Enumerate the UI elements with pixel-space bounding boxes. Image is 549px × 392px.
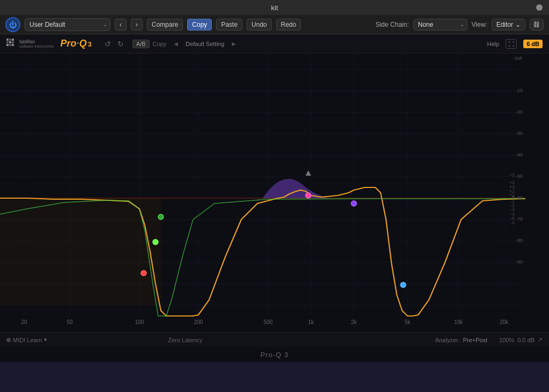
expand-button[interactable]: ⛶ <box>506 39 517 49</box>
svg-text:-90: -90 <box>516 259 523 265</box>
svg-rect-6 <box>6 44 9 46</box>
svg-text:-INF: -INF <box>514 56 523 61</box>
svg-text:+5: +5 <box>509 172 515 178</box>
view-editor-label: Editor <box>496 21 513 28</box>
fab-sublabel: software instruments <box>19 44 54 48</box>
svg-text:2k: 2k <box>351 319 358 325</box>
preset-prev-button[interactable]: ◄ <box>173 40 179 48</box>
fab-label: fabfilter <box>19 40 54 44</box>
ab-copy-label[interactable]: Copy <box>153 41 167 47</box>
svg-text:100: 100 <box>135 319 144 325</box>
preset-dropdown[interactable]: User DefaultLinear PhaseNatural Phase <box>25 18 110 31</box>
percent-display: 100% <box>499 337 514 343</box>
eq-band-3-dot <box>158 214 164 220</box>
corner-icon: ↗ <box>538 336 543 343</box>
help-button[interactable]: Help <box>487 41 500 47</box>
analyzer-label: Analyzer: <box>435 337 460 343</box>
svg-text:20: 20 <box>21 319 27 325</box>
top-toolbar: ⏻ User DefaultLinear PhaseNatural Phase … <box>0 15 549 34</box>
logo-text-area: fabfilter software instruments <box>19 40 54 48</box>
eq-band-1-dot <box>141 270 146 276</box>
midi-dot <box>6 338 11 342</box>
svg-rect-5 <box>12 41 14 43</box>
view-editor-button[interactable]: Editor ⌄ <box>492 19 525 31</box>
compare-button[interactable]: Compare <box>147 19 183 31</box>
svg-rect-3 <box>6 41 9 43</box>
copy-button[interactable]: Copy <box>187 19 212 31</box>
undo-redo-area: ↺ ↻ <box>102 39 126 49</box>
svg-rect-0 <box>6 39 9 41</box>
midi-learn-label[interactable]: MIDI Learn <box>13 337 42 343</box>
status-bar: MIDI Learn ▾ Zero Latency Analyzer: Pre+… <box>0 332 549 347</box>
analyzer-section: Analyzer: Pre+Post 100% 0.0 dB ↗ <box>435 336 543 343</box>
default-setting-label: Default Setting <box>186 41 224 47</box>
svg-text:50: 50 <box>66 319 73 325</box>
eq-band-4-dot <box>306 193 311 198</box>
sidechain-select[interactable]: NoneSide Chain 1Side Chain 2 <box>413 19 468 31</box>
window-title: kit <box>271 4 278 12</box>
midi-learn-dropdown[interactable]: ▾ <box>44 336 47 343</box>
latency-button[interactable]: Zero Latency <box>168 337 202 343</box>
svg-text:20k: 20k <box>500 319 509 325</box>
product-logo: Pro·Q 3 <box>61 38 92 49</box>
undo-button[interactable]: Undo <box>247 19 272 31</box>
svg-text:-20: -20 <box>516 109 523 115</box>
svg-rect-7 <box>9 44 11 46</box>
svg-text:-30: -30 <box>516 131 523 136</box>
svg-text:-40: -40 <box>516 152 523 157</box>
bottom-title-bar: Pro-Q 3 <box>0 347 549 362</box>
view-dropdown-arrow: ⌄ <box>515 21 521 28</box>
link-icon: ⛓ <box>533 21 540 28</box>
link-button[interactable]: ⛓ <box>530 19 544 31</box>
eq-band-5-dot <box>351 201 357 206</box>
preset-next-button[interactable]: ► <box>231 40 237 48</box>
eq-band-2-dot <box>153 239 158 245</box>
svg-text:-60: -60 <box>516 195 523 200</box>
plugin-redo-button[interactable]: ↻ <box>115 39 126 49</box>
window-close-button[interactable] <box>536 4 543 11</box>
svg-rect-8 <box>12 44 14 46</box>
db-display: 0.0 dB <box>517 337 535 343</box>
svg-text:1k: 1k <box>308 319 315 325</box>
svg-text:5k: 5k <box>405 319 411 325</box>
svg-text:-80: -80 <box>516 238 523 243</box>
svg-rect-1 <box>9 39 11 41</box>
product-name: Pro·Q <box>61 38 87 49</box>
nav-forward-button[interactable]: › <box>131 19 143 31</box>
svg-rect-2 <box>12 39 14 41</box>
svg-text:500: 500 <box>264 319 273 325</box>
eq-display-area[interactable]: 20 50 100 200 500 1k 2k 5k 10k 20k -INF … <box>0 54 549 332</box>
svg-rect-32 <box>0 198 161 305</box>
svg-text:-6: -6 <box>510 220 515 225</box>
sidechain-label: Side Chain: <box>375 21 409 28</box>
eq-canvas: 20 50 100 200 500 1k 2k 5k 10k 20k -INF … <box>0 54 549 332</box>
midi-learn-section: MIDI Learn ▾ <box>6 336 47 343</box>
plugin-header: fabfilter software instruments Pro·Q 3 ↺… <box>0 34 549 54</box>
nav-back-button[interactable]: ‹ <box>115 19 127 31</box>
analyzer-value[interactable]: Pre+Post <box>463 337 487 343</box>
plugin-undo-button[interactable]: ↺ <box>102 39 113 49</box>
gain-badge: 6 dB <box>523 40 543 48</box>
svg-text:10k: 10k <box>454 319 463 325</box>
svg-text:-10: -10 <box>516 88 523 93</box>
logo-area: fabfilter software instruments <box>6 39 54 49</box>
redo-button[interactable]: Redo <box>276 19 301 31</box>
preset-dropdown-wrapper: User DefaultLinear PhaseNatural Phase ⌄ <box>25 18 110 31</box>
ab-button[interactable]: A/B <box>132 40 150 48</box>
svg-text:200: 200 <box>194 319 203 325</box>
ab-section: A/B Copy <box>132 40 166 48</box>
power-button[interactable]: ⏻ <box>5 17 20 32</box>
paste-button[interactable]: Paste <box>216 19 242 31</box>
svg-text:-70: -70 <box>516 216 523 222</box>
sidechain-wrapper: NoneSide Chain 1Side Chain 2 ⌄ <box>413 19 468 31</box>
eq-band-6-dot <box>400 282 406 288</box>
svg-rect-4 <box>9 41 11 43</box>
product-version: 3 <box>88 40 92 48</box>
view-label: View: <box>472 21 487 28</box>
plugin-title: Pro-Q 3 <box>261 351 289 359</box>
title-bar: kit <box>0 0 549 15</box>
svg-text:-50: -50 <box>516 174 523 179</box>
logo-grid-icon <box>6 39 16 49</box>
